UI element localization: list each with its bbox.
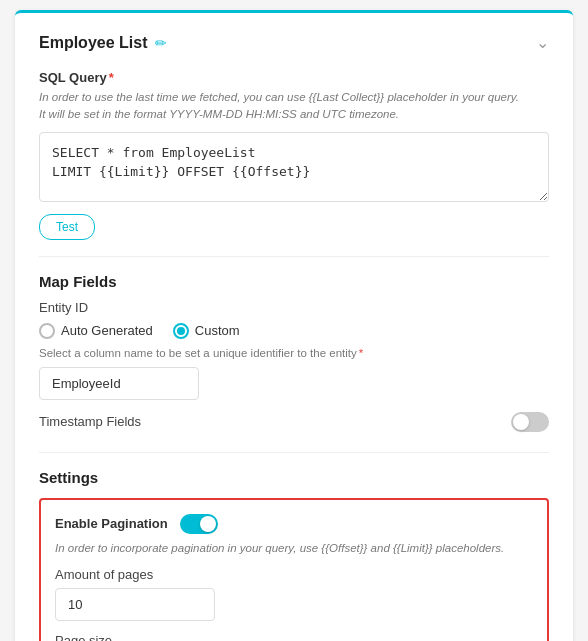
pagination-toggle-thumb xyxy=(200,516,216,532)
sql-query-section: SQL Query* In order to use the last time… xyxy=(39,70,549,240)
chevron-down-icon[interactable]: ⌄ xyxy=(536,33,549,52)
amount-pages-label: Amount of pages xyxy=(55,567,533,582)
map-fields-section: Map Fields Entity ID Auto Generated Cust… xyxy=(39,273,549,436)
timestamp-label: Timestamp Fields xyxy=(39,414,141,429)
card-title: Employee List xyxy=(39,34,147,52)
amount-pages-input[interactable] xyxy=(55,588,215,621)
select-hint: Select a column name to be set a unique … xyxy=(39,347,549,359)
radio-auto-generated[interactable]: Auto Generated xyxy=(39,323,153,339)
timestamp-toggle[interactable] xyxy=(511,412,549,432)
radio-group: Auto Generated Custom xyxy=(39,323,549,339)
pagination-toggle[interactable] xyxy=(180,514,218,534)
settings-box: Enable Pagination In order to incorporat… xyxy=(39,498,549,642)
pagination-label: Enable Pagination xyxy=(55,516,168,531)
radio-custom[interactable]: Custom xyxy=(173,323,240,339)
entity-id-label: Entity ID xyxy=(39,300,549,315)
page-size-label: Page size xyxy=(55,633,533,641)
radio-auto-label: Auto Generated xyxy=(61,323,153,338)
map-fields-title: Map Fields xyxy=(39,273,549,290)
test-button[interactable]: Test xyxy=(39,214,95,240)
divider-1 xyxy=(39,256,549,257)
pagination-hint: In order to incorporate pagination in yo… xyxy=(55,540,533,557)
radio-auto-circle[interactable] xyxy=(39,323,55,339)
divider-2 xyxy=(39,452,549,453)
card-title-row: Employee List ✏ xyxy=(39,34,167,52)
radio-custom-label: Custom xyxy=(195,323,240,338)
timestamp-toggle-thumb xyxy=(513,414,529,430)
settings-section: Settings Enable Pagination In order to i… xyxy=(39,469,549,642)
timestamp-row: Timestamp Fields xyxy=(39,412,549,436)
card-header: Employee List ✏ ⌄ xyxy=(39,33,549,52)
settings-title: Settings xyxy=(39,469,549,486)
sql-query-input[interactable]: SELECT * from EmployeeList LIMIT {{Limit… xyxy=(39,132,549,202)
radio-custom-circle[interactable] xyxy=(173,323,189,339)
pagination-row: Enable Pagination xyxy=(55,514,533,534)
sql-query-label: SQL Query* xyxy=(39,70,549,85)
edit-icon[interactable]: ✏ xyxy=(155,35,167,51)
sql-helper-text: In order to use the last time we fetched… xyxy=(39,89,549,124)
employee-list-card: Employee List ✏ ⌄ SQL Query* In order to… xyxy=(15,10,573,641)
entity-id-input[interactable] xyxy=(39,367,199,400)
